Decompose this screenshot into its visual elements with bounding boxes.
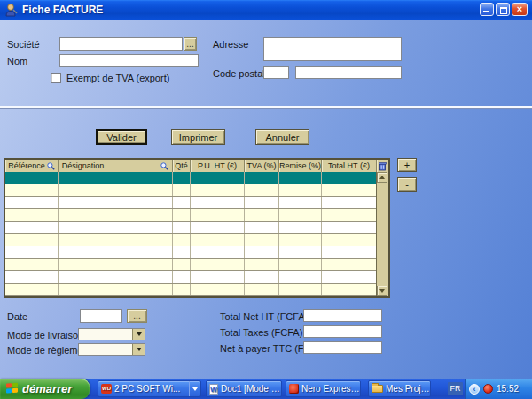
table-cell[interactable] [173,222,191,233]
language-indicator[interactable]: FR [448,382,463,395]
taskbar-button-mes-projets[interactable]: Mes Projets [368,380,431,397]
table-cell[interactable] [279,259,322,270]
table-cell[interactable] [191,184,245,196]
table-row[interactable] [5,209,377,222]
scroll-up-button[interactable] [377,172,387,183]
table-cell[interactable] [173,259,191,270]
valider-button[interactable]: Valider [96,129,147,145]
taskbar-button-nero[interactable]: Nero Express Es... [286,380,361,397]
table-cell[interactable] [173,172,191,184]
date-browse-button[interactable]: ... [127,309,147,323]
adresse-input[interactable] [263,37,402,61]
table-cell[interactable] [279,284,322,295]
table-cell[interactable] [191,222,245,233]
net-a-payer-input[interactable] [303,341,382,354]
table-cell[interactable] [245,184,279,196]
taskbar-button-pcsoft-group[interactable]: WD 2 PC SOFT Wi... [98,380,201,397]
table-cell[interactable] [322,284,377,295]
table-cell[interactable] [279,222,322,233]
add-row-button[interactable]: + [397,158,417,172]
table-cell[interactable] [245,271,279,283]
table-cell[interactable] [279,172,322,184]
annuler-button[interactable]: Annuler [255,129,309,145]
table-cell[interactable] [173,234,191,246]
table-cell[interactable] [279,271,322,283]
table-row[interactable] [5,234,377,246]
total-net-ht-input[interactable] [303,309,382,322]
table-cell[interactable] [59,172,173,184]
table-cell[interactable] [245,197,279,208]
table-cell[interactable] [59,197,173,208]
table-cell[interactable] [245,222,279,233]
scroll-down-button[interactable] [377,286,387,296]
table-cell[interactable] [191,246,245,258]
table-row[interactable] [5,246,377,259]
hide-icons-chevron-icon[interactable]: ‹ [469,384,480,395]
table-cell[interactable] [5,259,59,270]
table-cell[interactable] [322,172,377,184]
table-row[interactable] [5,284,377,296]
table-cell[interactable] [191,284,245,295]
table-cell[interactable] [59,259,173,270]
table-cell[interactable] [245,259,279,270]
chevron-down-icon[interactable] [132,329,145,340]
table-cell[interactable] [173,209,191,221]
table-cell[interactable] [5,222,59,233]
table-row[interactable] [5,184,377,197]
table-cell[interactable] [173,197,191,208]
table-cell[interactable] [5,197,59,208]
table-cell[interactable] [59,246,173,258]
start-button[interactable]: démarrer [0,379,90,399]
table-cell[interactable] [322,271,377,283]
column-header-reference[interactable]: Référence [5,160,59,172]
table-cell[interactable] [245,172,279,184]
table-cell[interactable] [191,209,245,221]
table-cell[interactable] [322,184,377,196]
table-cell[interactable] [59,209,173,221]
table-cell[interactable] [59,271,173,283]
societe-browse-button[interactable]: ... [184,37,197,51]
column-header-total-ht[interactable]: Total HT (€) [322,160,377,172]
table-row[interactable] [5,222,377,234]
table-cell[interactable] [173,184,191,196]
exempt-tva-checkbox[interactable] [51,73,61,83]
mode-reglement-select[interactable] [78,343,145,356]
table-cell[interactable] [245,209,279,221]
table-cell[interactable] [322,222,377,233]
imprimer-button[interactable]: Imprimer [171,129,225,145]
column-header-remise[interactable]: Remise (%) [279,160,322,172]
table-cell[interactable] [322,197,377,208]
taskbar-button-doc1[interactable]: W Doc1 [Mode de ... [206,380,282,397]
total-taxes-input[interactable] [303,325,382,338]
chevron-down-icon[interactable] [189,381,200,396]
column-header-pu-ht[interactable]: P.U. HT (€) [191,160,245,172]
search-icon[interactable] [160,162,168,170]
column-header-tva[interactable]: TVA (%) [245,160,279,172]
remove-row-button[interactable]: - [397,177,417,192]
table-cell[interactable] [191,234,245,246]
table-cell[interactable] [191,197,245,208]
date-input[interactable] [80,309,122,323]
mode-livraison-select[interactable] [78,328,145,340]
table-cell[interactable] [173,271,191,283]
table-cell[interactable] [322,246,377,258]
ville-input[interactable] [295,66,402,79]
table-cell[interactable] [5,209,59,221]
table-cell[interactable] [5,184,59,196]
column-header-qte[interactable]: Qté [173,160,191,172]
table-cell[interactable] [279,234,322,246]
table-cell[interactable] [5,271,59,283]
table-cell[interactable] [173,246,191,258]
nom-input[interactable] [59,54,199,67]
chevron-down-icon[interactable] [132,344,145,355]
table-cell[interactable] [245,246,279,258]
table-cell[interactable] [322,209,377,221]
table-cell[interactable] [59,284,173,295]
table-cell[interactable] [191,259,245,270]
search-icon[interactable] [47,162,55,170]
table-cell[interactable] [5,172,59,184]
table-cell[interactable] [322,259,377,270]
table-cell[interactable] [191,172,245,184]
table-cell[interactable] [279,184,322,196]
table-cell[interactable] [245,234,279,246]
